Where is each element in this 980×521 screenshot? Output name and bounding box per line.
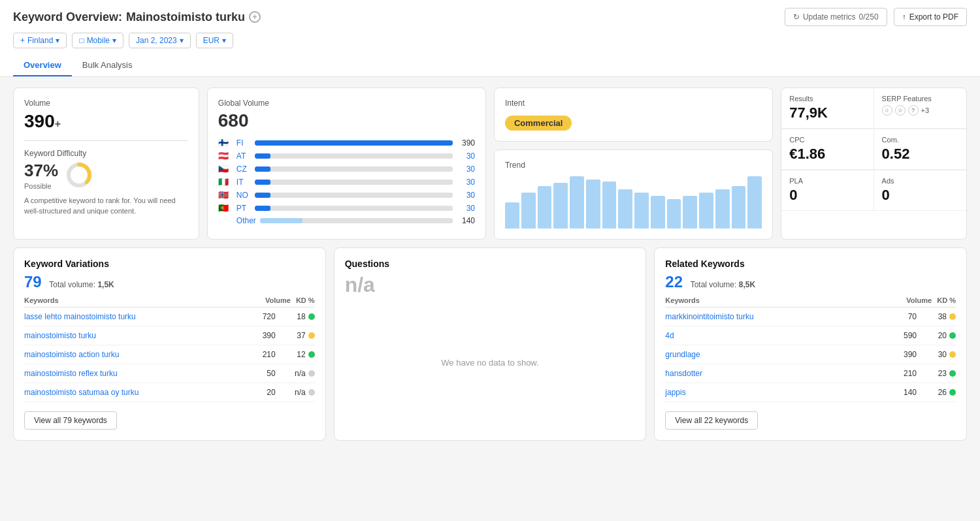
keyword-link[interactable]: jappis (665, 388, 890, 397)
refresh-icon: ↻ (793, 12, 800, 22)
title-prefix: Keyword Overview: (13, 10, 122, 24)
keyword-volume: 720 (250, 312, 276, 321)
country-flag: 🇨🇿 (218, 164, 233, 174)
country-code: Other (237, 216, 256, 225)
rk-total-vol: Total volume: 8,5K (691, 280, 755, 289)
com-label: Com. (882, 136, 958, 144)
kv-table-body: lasse lehto mainostoimisto turku 720 18 … (24, 308, 315, 402)
kv-view-all-button[interactable]: View all 79 keywords (24, 411, 117, 430)
trend-bar (667, 199, 681, 229)
add-keyword-icon[interactable]: + (249, 11, 261, 23)
country-code[interactable]: IT (237, 178, 251, 187)
tab-overview[interactable]: Overview (13, 55, 72, 76)
country-volume: 30 (457, 178, 475, 187)
country-filter[interactable]: + Finland ▾ (13, 33, 67, 48)
keyword-link[interactable]: mainostoimisto action turku (24, 350, 250, 359)
country-flag: 🇦🇹 (218, 151, 233, 161)
rk-table-header: Keywords Volume KD % (665, 291, 956, 308)
keyword-link[interactable]: hansdotter (665, 369, 890, 378)
serp-icon-circle: ○ (882, 105, 892, 116)
kd-number: 37 (291, 331, 306, 340)
kv-count: 79 (24, 273, 42, 291)
kd-number: n/a (291, 388, 306, 397)
kd-donut-chart (65, 161, 93, 189)
currency-filter[interactable]: EUR ▾ (196, 33, 233, 48)
country-flag: 🇮🇹 (218, 177, 233, 187)
volume-value: 390+ (24, 110, 188, 133)
volume-bar-bg (255, 180, 453, 185)
kd-number: 38 (932, 312, 947, 321)
kd-section: Keyword Difficulty 37% Possible A compet… (24, 149, 188, 217)
flag-icon: + (20, 36, 25, 45)
table-row: grundlage 390 30 (665, 345, 956, 364)
date-filter[interactable]: Jan 2, 2023 ▾ (129, 33, 191, 48)
serp-icon-star: ☆ (895, 105, 906, 116)
volume-bar-fill (255, 153, 270, 159)
country-code[interactable]: AT (237, 151, 251, 161)
keyword-volume: 590 (890, 331, 917, 340)
rk-count: 22 (665, 273, 683, 291)
kd-number: 20 (932, 331, 947, 340)
keyword-link[interactable]: 4d (665, 331, 890, 340)
kd-number: 12 (291, 350, 306, 359)
volume-card: Volume 390+ Keyword Difficulty 37% Possi… (13, 87, 199, 240)
kd-indicator-dot (308, 389, 315, 396)
keyword-link[interactable]: mainostoimisto reflex turku (24, 369, 250, 378)
kd-number: 23 (932, 369, 947, 378)
tab-bulk-analysis[interactable]: Bulk Analysis (72, 55, 143, 76)
kv-total-vol: Total volume: 1,5K (49, 280, 114, 289)
trend-bar (715, 189, 730, 229)
kd-indicator-dot (949, 351, 956, 358)
kv-title: Keyword Variations (24, 259, 315, 269)
ads-cell: Ads 0 (874, 170, 966, 211)
intent-card: Intent Commercial (494, 87, 773, 142)
keyword-volume: 390 (890, 350, 917, 359)
keyword-variations-card: Keyword Variations 79 Total volume: 1,5K… (13, 247, 326, 441)
results-label: Results (789, 95, 865, 103)
update-metrics-button[interactable]: ↻ Update metrics 0/250 (785, 8, 887, 26)
keyword-link[interactable]: mainostoimisto satumaa oy turku (24, 388, 250, 397)
kd-indicator-dot (308, 313, 315, 320)
keyword-link[interactable]: mainostoimisto turku (24, 331, 250, 340)
trend-bar (747, 176, 762, 229)
country-code[interactable]: NO (237, 191, 251, 200)
table-row: markkinointitoimisto turku 70 38 (665, 308, 956, 326)
kd-indicator-dot (949, 389, 956, 396)
trend-bar (634, 193, 649, 229)
keyword-link[interactable]: lasse lehto mainostoimisto turku (24, 312, 250, 321)
country-code[interactable]: PT (237, 204, 251, 213)
kd-sublabel: Possible (24, 182, 58, 190)
table-row: mainostoimisto reflex turku 50 n/a (24, 364, 315, 383)
keyword-link[interactable]: markkinointitoimisto turku (665, 312, 890, 321)
export-pdf-button[interactable]: ↑ Export to PDF (894, 8, 967, 26)
keyword-volume: 20 (250, 388, 276, 397)
chevron-down-icon: ▾ (222, 36, 226, 45)
gv-value: 680 (218, 110, 475, 131)
gv-row: 🇦🇹 AT 30 (218, 151, 475, 161)
volume-bar-bg (255, 206, 453, 211)
kd-cell: 18 (276, 312, 315, 321)
rk-view-all-button[interactable]: View all 22 keywords (665, 411, 758, 430)
country-code[interactable]: FI (237, 138, 251, 148)
country-code[interactable]: CZ (237, 165, 251, 174)
serp-cell: SERP Features ○ ☆ ? +3 (874, 88, 966, 129)
volume-bar-bg (255, 166, 453, 172)
kd-cell: 30 (917, 350, 956, 359)
cpc-label: CPC (789, 136, 865, 144)
gv-row: 🇨🇿 CZ 30 (218, 164, 475, 174)
country-flag: 🇳🇴 (218, 190, 233, 200)
currency-label: EUR (203, 36, 220, 45)
kd-cell: 37 (276, 331, 315, 340)
device-filter[interactable]: □ Mobile ▾ (72, 33, 123, 48)
pla-value: 0 (789, 187, 865, 204)
gv-row: 🇮🇹 IT 30 (218, 177, 475, 187)
trend-bar (570, 176, 584, 229)
questions-na: n/a (345, 273, 375, 296)
intent-badge: Commercial (505, 116, 572, 131)
chevron-down-icon: ▾ (180, 36, 184, 45)
keyword-link[interactable]: grundlage (665, 350, 890, 359)
kd-indicator-dot (949, 313, 956, 320)
trend-bar (618, 189, 632, 229)
kd-indicator-dot (308, 370, 315, 377)
kd-cell: 20 (917, 331, 956, 340)
